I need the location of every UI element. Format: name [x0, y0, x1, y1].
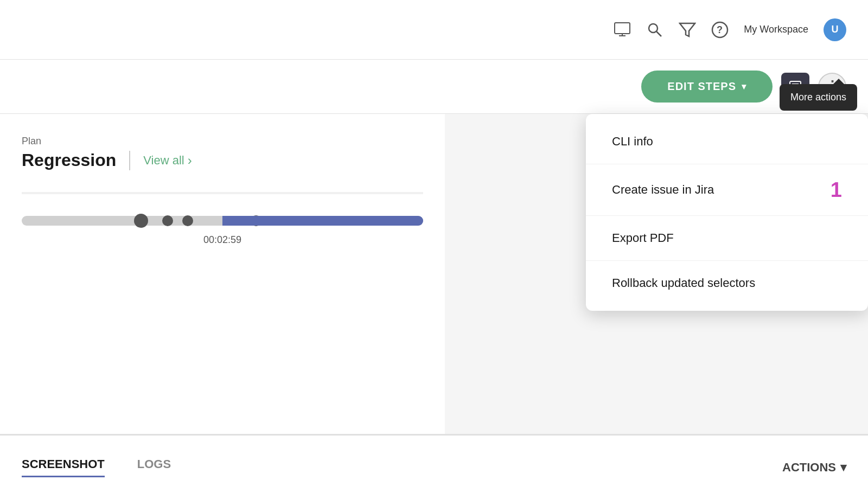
dropdown-menu: CLI info Create issue in Jira 1 Export P…: [586, 114, 868, 311]
workspace-label: My Workspace: [744, 24, 808, 35]
dropdown-item-pdf[interactable]: Export PDF: [586, 216, 868, 261]
avatar[interactable]: U: [824, 18, 846, 41]
jira-label: Create issue in Jira: [612, 183, 714, 197]
svg-point-3: [649, 24, 658, 33]
svg-rect-0: [615, 23, 630, 34]
tooltip-label: More actions: [790, 92, 846, 103]
timeline-area: 00:02:59: [22, 192, 423, 246]
dropdown-item-rollback[interactable]: Rollback updated selectors: [586, 261, 868, 305]
search-icon[interactable]: [646, 21, 663, 39]
edit-steps-arrow: ▾: [742, 81, 746, 92]
dropdown-item-jira[interactable]: Create issue in Jira 1: [586, 164, 868, 216]
jira-badge: 1: [831, 180, 842, 200]
actions-dropdown[interactable]: ACTIONS ▾: [782, 460, 846, 475]
help-icon[interactable]: ?: [711, 21, 729, 39]
timeline-track: [22, 216, 423, 226]
svg-marker-5: [680, 23, 695, 36]
divider: [129, 151, 130, 170]
top-nav: ? My Workspace U: [0, 0, 868, 60]
tab-screenshot[interactable]: SCREENSHOT: [22, 457, 105, 477]
pdf-label: Export PDF: [612, 231, 674, 245]
plan-name-row: Regression View all ›: [22, 150, 423, 170]
svg-line-4: [656, 31, 661, 36]
filter-icon[interactable]: [679, 21, 696, 39]
timeline-dot-1: [134, 214, 148, 228]
more-actions-tooltip: More actions: [780, 84, 857, 111]
bottom-tabs: SCREENSHOT LOGS ACTIONS ▾: [0, 434, 868, 499]
dropdown-item-cli[interactable]: CLI info: [586, 119, 868, 164]
svg-text:?: ?: [717, 24, 723, 35]
cli-info-label: CLI info: [612, 135, 653, 149]
edit-steps-button[interactable]: EDIT STEPS ▾: [641, 71, 773, 103]
plan-label: Plan: [22, 136, 423, 147]
timeline-dot-3: [182, 215, 193, 226]
timeline-dot-2: [162, 215, 173, 226]
time-label: 00:02:59: [22, 234, 423, 246]
view-all-link[interactable]: View all ›: [143, 153, 192, 168]
left-content: Plan Regression View all › 00:02:59: [0, 114, 445, 434]
toolbar-row: EDIT STEPS ▾ ⋮: [0, 60, 868, 114]
rollback-label: Rollback updated selectors: [612, 276, 755, 290]
actions-arrow: ▾: [840, 460, 846, 475]
edit-steps-label: EDIT STEPS: [667, 80, 736, 93]
monitor-icon[interactable]: [614, 21, 631, 39]
view-all-arrow: ›: [188, 153, 192, 168]
tab-logs[interactable]: LOGS: [137, 457, 171, 477]
plan-name: Regression: [22, 150, 116, 170]
timeline-progress: [222, 216, 423, 226]
